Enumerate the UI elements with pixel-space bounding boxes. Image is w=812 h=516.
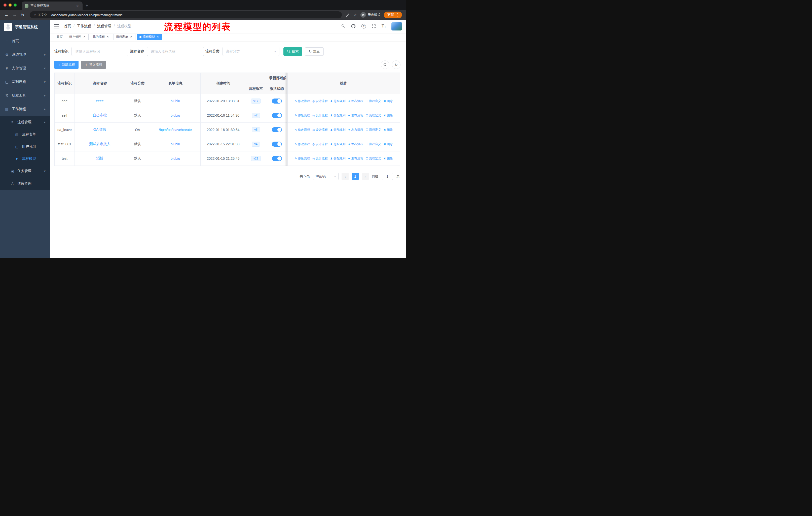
toggle-search-button[interactable] bbox=[381, 60, 389, 69]
sidebar-toggle-icon[interactable] bbox=[54, 23, 60, 29]
edit-process-link[interactable]: 修改流程 bbox=[295, 113, 310, 118]
process-name-link[interactable]: 滔博 bbox=[96, 156, 104, 160]
tag-close-icon[interactable] bbox=[156, 35, 160, 39]
process-name-input[interactable] bbox=[147, 47, 204, 56]
design-process-link[interactable]: 设计流程 bbox=[312, 157, 328, 161]
browser-tab[interactable]: 芋道管理系统 bbox=[22, 1, 83, 10]
not-secure-indicator[interactable]: 不安全 bbox=[34, 13, 47, 17]
sidebar-item-devtools[interactable]: 研发工具 bbox=[0, 89, 50, 102]
reset-button[interactable]: 重置 bbox=[305, 47, 324, 56]
active-toggle[interactable] bbox=[272, 142, 282, 147]
sidebar-item-process-form[interactable]: 流程表单 bbox=[0, 129, 50, 141]
delete-link[interactable]: 删除 bbox=[384, 128, 393, 132]
tag-close-icon[interactable] bbox=[83, 35, 86, 39]
process-name-link[interactable]: eeee bbox=[96, 99, 104, 103]
assign-rule-link[interactable]: 分配规则 bbox=[330, 142, 346, 146]
update-button[interactable]: 更新 bbox=[384, 11, 402, 18]
goto-page-input[interactable] bbox=[382, 173, 393, 180]
page-number-1[interactable]: 1 bbox=[352, 173, 359, 180]
publish-process-link[interactable]: 发布流程 bbox=[348, 157, 363, 161]
process-definition-link[interactable]: 流程定义 bbox=[366, 157, 381, 161]
tab-close-icon[interactable] bbox=[76, 4, 80, 8]
process-name-link[interactable]: 测试多审批人 bbox=[89, 142, 111, 146]
breadcrumb-workflow[interactable]: 工作流程 bbox=[71, 24, 91, 28]
zoom-window-button[interactable] bbox=[13, 3, 17, 6]
search-button[interactable]: 搜索 bbox=[283, 47, 302, 56]
sidebar-item-task-mgmt[interactable]: 任务管理 bbox=[0, 165, 50, 178]
tag-tenant-mgmt[interactable]: 租户管理 bbox=[67, 34, 89, 40]
sidebar-item-user-group[interactable]: 用户分组 bbox=[0, 141, 50, 153]
breadcrumb-process-mgmt[interactable]: 流程管理 bbox=[91, 24, 111, 28]
fullscreen-icon[interactable] bbox=[372, 24, 376, 28]
assign-rule-link[interactable]: 分配规则 bbox=[330, 157, 346, 161]
form-info-link[interactable]: biubiu bbox=[171, 113, 180, 117]
process-definition-link[interactable]: 流程定义 bbox=[366, 128, 381, 132]
active-toggle[interactable] bbox=[272, 127, 282, 132]
category-select[interactable]: 流程分类 bbox=[223, 47, 280, 56]
design-process-link[interactable]: 设计流程 bbox=[312, 113, 328, 118]
process-definition-link[interactable]: 流程定义 bbox=[366, 99, 381, 103]
publish-process-link[interactable]: 发布流程 bbox=[348, 142, 363, 146]
user-avatar[interactable] bbox=[392, 22, 402, 30]
process-name-link[interactable]: 自己审批 bbox=[93, 113, 107, 117]
edit-process-link[interactable]: 修改流程 bbox=[295, 157, 310, 161]
password-key-icon[interactable] bbox=[345, 12, 350, 17]
delete-link[interactable]: 删除 bbox=[384, 157, 393, 161]
tag-close-icon[interactable] bbox=[106, 35, 110, 39]
design-process-link[interactable]: 设计流程 bbox=[312, 128, 328, 132]
sidebar-item-process-mgmt[interactable]: 流程管理 bbox=[0, 116, 50, 129]
assign-rule-link[interactable]: 分配规则 bbox=[330, 113, 346, 118]
github-icon[interactable] bbox=[351, 24, 356, 29]
design-process-link[interactable]: 设计流程 bbox=[312, 99, 328, 103]
address-bar[interactable]: 不安全 dashboard.yudao.iocoder.cn/bpm/manag… bbox=[30, 11, 342, 19]
bookmark-star-icon[interactable] bbox=[353, 12, 357, 18]
import-process-button[interactable]: 导入流程 bbox=[81, 61, 106, 69]
form-info-link[interactable]: biubiu bbox=[171, 157, 180, 161]
assign-rule-link[interactable]: 分配规则 bbox=[330, 99, 346, 103]
sidebar-item-home[interactable]: 首页 bbox=[0, 34, 50, 48]
active-toggle[interactable] bbox=[272, 113, 282, 118]
edit-process-link[interactable]: 修改流程 bbox=[295, 128, 310, 132]
publish-process-link[interactable]: 发布流程 bbox=[348, 128, 363, 132]
help-icon[interactable] bbox=[361, 24, 366, 28]
refresh-table-button[interactable] bbox=[392, 60, 401, 69]
delete-link[interactable]: 删除 bbox=[384, 113, 393, 118]
design-process-link[interactable]: 设计流程 bbox=[312, 142, 328, 146]
process-name-link[interactable]: OA 请假 bbox=[93, 128, 106, 132]
forward-button[interactable] bbox=[11, 12, 18, 17]
sidebar-item-process-model[interactable]: 流程模型 bbox=[0, 153, 50, 165]
reload-button[interactable] bbox=[19, 12, 26, 18]
form-info-link[interactable]: /bpm/oa/leave/create bbox=[159, 128, 192, 132]
minimize-window-button[interactable] bbox=[8, 3, 11, 6]
active-toggle[interactable] bbox=[272, 99, 282, 104]
page-size-select[interactable]: 10条/页 bbox=[313, 173, 339, 180]
breadcrumb-home[interactable]: 首页 bbox=[64, 24, 71, 28]
tag-process-form[interactable]: 流程表单 bbox=[114, 34, 136, 40]
form-info-link[interactable]: biubiu bbox=[171, 142, 180, 146]
form-info-link[interactable]: biubiu bbox=[171, 99, 180, 103]
sidebar-item-payment[interactable]: 支付管理 bbox=[0, 61, 50, 75]
delete-link[interactable]: 删除 bbox=[384, 99, 393, 103]
sidebar-item-infra[interactable]: 基础设施 bbox=[0, 75, 50, 89]
active-toggle[interactable] bbox=[272, 156, 282, 161]
sidebar-item-workflow[interactable]: 工作流程 bbox=[0, 102, 50, 116]
tag-home[interactable]: 首页 bbox=[54, 34, 65, 40]
close-window-button[interactable] bbox=[3, 3, 6, 6]
publish-process-link[interactable]: 发布流程 bbox=[348, 99, 363, 103]
process-id-input[interactable] bbox=[71, 47, 128, 56]
search-icon[interactable] bbox=[342, 24, 345, 28]
create-process-button[interactable]: 新建流程 bbox=[54, 61, 79, 69]
sidebar-item-system[interactable]: 系统管理 bbox=[0, 48, 50, 61]
publish-process-link[interactable]: 发布流程 bbox=[348, 113, 363, 118]
delete-link[interactable]: 删除 bbox=[384, 142, 393, 146]
new-tab-button[interactable]: + bbox=[83, 1, 91, 10]
back-button[interactable] bbox=[3, 12, 10, 17]
assign-rule-link[interactable]: 分配规则 bbox=[330, 128, 346, 132]
prev-page-button[interactable] bbox=[342, 173, 349, 180]
edit-process-link[interactable]: 修改流程 bbox=[295, 99, 310, 103]
font-size-icon[interactable] bbox=[382, 24, 386, 29]
next-page-button[interactable] bbox=[362, 173, 369, 180]
edit-process-link[interactable]: 修改流程 bbox=[295, 142, 310, 146]
process-definition-link[interactable]: 流程定义 bbox=[366, 113, 381, 118]
tag-process-model[interactable]: 流程模型 bbox=[137, 34, 162, 40]
